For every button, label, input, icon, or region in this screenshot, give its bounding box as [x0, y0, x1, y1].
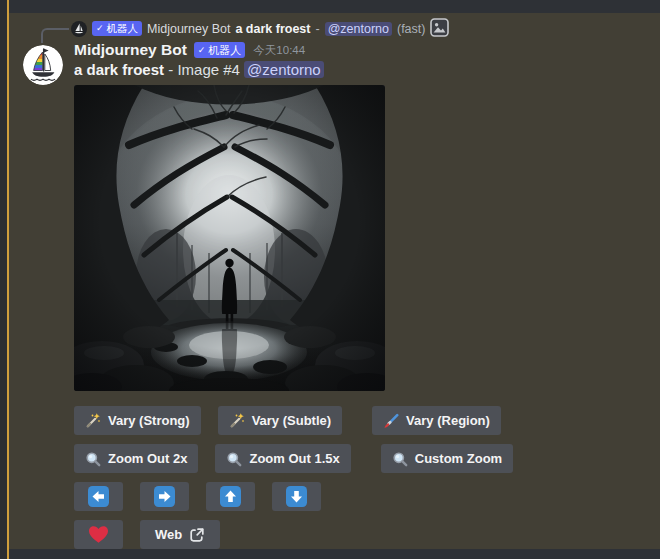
vary-subtle-button[interactable]: Vary (Subtle)	[218, 406, 342, 435]
bot-badge: ✓机器人	[92, 21, 142, 36]
reply-prompt-text[interactable]: a dark froest	[235, 22, 310, 36]
message-username[interactable]: Midjourney Bot	[74, 41, 187, 59]
magic-wand-icon	[85, 413, 101, 429]
button-label: Vary (Region)	[406, 413, 490, 428]
replied-message-preview[interactable]: ✓机器人 Midjourney Bot a dark froest - @zen…	[71, 19, 449, 38]
arrow-down-icon	[286, 486, 307, 507]
arrow-left-icon	[88, 486, 109, 507]
button-label: Vary (Strong)	[108, 413, 190, 428]
zoom-out-2x-button[interactable]: Zoom Out 2x	[74, 444, 198, 473]
image-attachment-icon	[430, 18, 449, 40]
reply-mention-zentorno[interactable]: @zentorno	[325, 22, 392, 36]
pan-left-button[interactable]	[74, 482, 123, 511]
magnifier-icon	[392, 451, 408, 467]
button-label: Zoom Out 2x	[108, 451, 187, 466]
message-action-buttons: Vary (Strong) Vary (Subtle) Vary	[74, 406, 513, 549]
message-header: Midjourney Bot ✓机器人 今天10:44	[74, 41, 305, 59]
check-icon: ✓	[96, 21, 104, 36]
mention-zentorno[interactable]: @zentorno	[244, 61, 324, 78]
message-timestamp: 今天10:44	[253, 43, 305, 58]
favorite-web-row: Web	[74, 520, 513, 549]
arrow-right-icon	[154, 486, 175, 507]
midjourney-sailboat-icon	[23, 45, 63, 85]
favorite-button[interactable]	[74, 520, 123, 549]
bot-badge-label: 机器人	[107, 21, 139, 36]
pan-up-button[interactable]	[206, 482, 255, 511]
button-label: Zoom Out 1.5x	[249, 451, 339, 466]
prompt-text: a dark froest	[74, 61, 164, 78]
check-icon: ✓	[198, 42, 206, 58]
pan-right-button[interactable]	[140, 482, 189, 511]
external-link-icon	[189, 527, 205, 543]
vary-region-button[interactable]: Vary (Region)	[372, 406, 501, 435]
bottom-divider-bar	[9, 549, 660, 559]
heart-icon	[88, 525, 109, 544]
paintbrush-icon	[383, 413, 399, 429]
discord-chat-view: ✓机器人 Midjourney Bot a dark froest - @zen…	[0, 0, 660, 559]
vary-strong-button[interactable]: Vary (Strong)	[74, 406, 201, 435]
message-text: a dark froest - Image #4 @zentorno	[74, 61, 324, 78]
bot-badge-label: 机器人	[208, 42, 241, 58]
web-button[interactable]: Web	[140, 520, 220, 549]
arrow-up-icon	[220, 486, 241, 507]
generated-image[interactable]	[74, 85, 385, 391]
button-label: Custom Zoom	[415, 451, 502, 466]
reply-bot-avatar[interactable]	[71, 21, 87, 37]
zoom-out-1-5x-button[interactable]: Zoom Out 1.5x	[215, 444, 350, 473]
top-divider-bar	[9, 0, 660, 13]
zoom-button-row: Zoom Out 2x Zoom Out 1.5x Custom Zoom	[74, 444, 513, 473]
reply-connector-line	[41, 28, 69, 43]
left-accent-line	[7, 0, 9, 559]
magnifier-icon	[226, 451, 242, 467]
panel-edge	[0, 0, 7, 559]
button-label: Web	[155, 527, 182, 542]
reply-separator: -	[315, 22, 319, 36]
message-body-text: - Image #4	[168, 61, 240, 78]
sailboat-icon	[71, 21, 87, 37]
pan-down-button[interactable]	[272, 482, 321, 511]
vary-button-row: Vary (Strong) Vary (Subtle) Vary	[74, 406, 513, 435]
reply-speed-mode: (fast)	[397, 22, 425, 36]
magnifier-icon	[85, 451, 101, 467]
midjourney-bot-avatar[interactable]	[23, 45, 63, 85]
custom-zoom-button[interactable]: Custom Zoom	[381, 444, 513, 473]
bot-badge: ✓机器人	[194, 42, 246, 58]
magic-wand-icon	[229, 413, 245, 429]
dark-forest-artwork	[74, 85, 385, 391]
reply-username[interactable]: Midjourney Bot	[147, 22, 230, 36]
pan-button-row	[74, 482, 513, 511]
button-label: Vary (Subtle)	[252, 413, 331, 428]
